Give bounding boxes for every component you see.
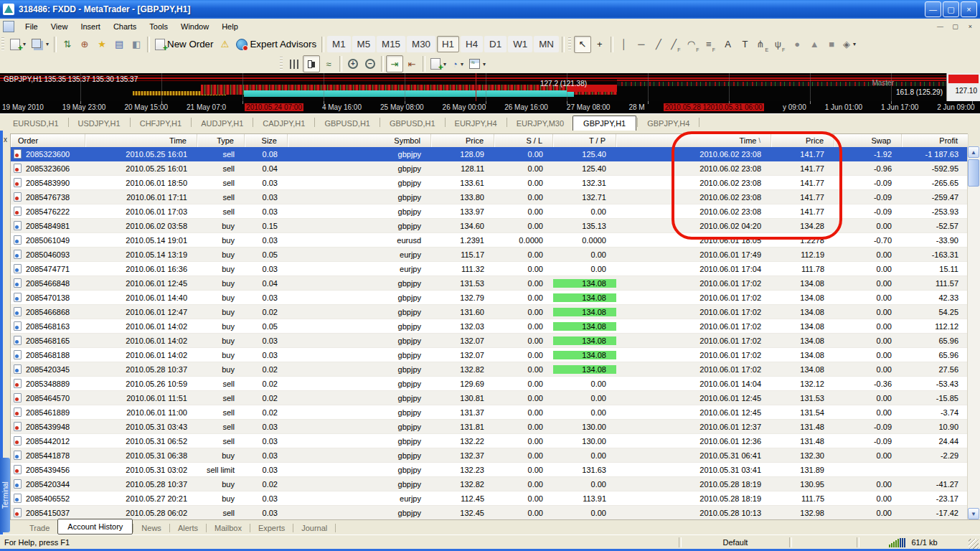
indicators-button[interactable]: ▾ (428, 55, 449, 72)
arrow-styles-button[interactable]: ◈▾ (840, 36, 859, 53)
timeframe-m1-button[interactable]: M1 (327, 36, 351, 52)
column-header-order[interactable]: Order (11, 134, 85, 147)
vertical-line-tool[interactable]: │ (616, 36, 633, 53)
close-button[interactable]: × (961, 1, 977, 17)
history-row[interactable]: 20854668682010.06.01 12:47buy0.02gbpjpy1… (11, 305, 968, 319)
menu-help[interactable]: Help (215, 20, 245, 33)
timeframe-m15-button[interactable]: M15 (377, 36, 405, 52)
column-header-tp[interactable]: T / P (553, 134, 616, 147)
column-header-time-close[interactable]: Time\ (616, 134, 771, 147)
chart-tab-gbpjpy-h4[interactable]: GBPJPY,H4 (639, 117, 698, 131)
auto-scroll-button[interactable]: ⇥ (386, 55, 403, 72)
fibonacci-retracement-tool[interactable]: ≡F (702, 36, 719, 53)
cursor-tool[interactable]: ↖ (574, 36, 591, 53)
chart-tab-eurusd-h1[interactable]: EURUSD,H1 (4, 117, 67, 131)
timeframe-d1-button[interactable]: D1 (484, 36, 507, 52)
profiles-button[interactable]: ▾ (29, 36, 52, 53)
alerts-button[interactable]: ⚠ (216, 36, 233, 53)
mdi-minimize-button[interactable]: — (933, 20, 947, 32)
new-order-button[interactable]: New Order (152, 36, 216, 53)
menu-insert[interactable]: Insert (74, 20, 107, 33)
history-row[interactable]: 20854065522010.05.27 20:21buy0.03eurjpy1… (11, 491, 968, 506)
history-row[interactable]: 20854645702010.06.01 11:51sell0.02gbpjpy… (11, 391, 968, 405)
mdi-restore-button[interactable]: ▢ (948, 20, 962, 32)
history-row[interactable]: 20854420122010.05.31 06:52sell0.03gbpjpy… (11, 434, 968, 448)
history-row[interactable]: 20853488892010.05.26 10:59sell0.02gbpjpy… (11, 377, 968, 391)
scroll-up-button[interactable]: ▲ (968, 146, 979, 158)
maximize-button[interactable]: ▢ (943, 1, 959, 17)
chart-tab-chfjpy-h1[interactable]: CHFJPY,H1 (131, 117, 190, 131)
history-row[interactable]: 20854849812010.06.02 03:58buy0.15gbpjpy1… (11, 219, 968, 233)
column-header-sl[interactable]: S / L (494, 134, 553, 147)
candlestick-mode-button[interactable] (303, 55, 320, 72)
timeframe-w1-button[interactable]: W1 (508, 36, 532, 52)
chart-tab-eurjpy-h4[interactable]: EURJPY,H4 (446, 117, 506, 131)
history-row[interactable]: 20854618892010.06.01 11:00sell0.02gbpjpy… (11, 405, 968, 420)
chart-tab-usdjpy-h1[interactable]: USDJPY,H1 (70, 117, 129, 131)
column-header-symbol[interactable]: Symbol (288, 134, 431, 147)
chart-tab-cadjpy-h1[interactable]: CADJPY,H1 (254, 117, 314, 131)
history-row[interactable]: 20854203442010.05.28 10:37buy0.02gbpjpy1… (11, 477, 968, 491)
andrews-pitchfork-tool[interactable]: ⋔E (753, 36, 771, 53)
chart-tab-gbpjpy-h1[interactable]: GBPJPY,H1 (573, 116, 636, 132)
favorites-button[interactable]: ★ (93, 36, 110, 53)
history-row[interactable]: 20854747712010.06.01 16:36buy0.03eurjpy1… (11, 262, 968, 276)
column-header-profit-close[interactable]: Profit (902, 134, 969, 147)
column-header-swap-close[interactable]: Swap (834, 134, 902, 147)
fibonacci-arcs-tool[interactable]: ◠F (684, 36, 702, 53)
chart-tab-gbpusd-h1[interactable]: GBPUSD,H1 (316, 117, 379, 131)
crosshair-target-button[interactable]: ⊕ (76, 36, 93, 53)
history-row[interactable]: 20854681882010.06.01 14:02buy0.03gbpjpy1… (11, 348, 968, 362)
minimize-button[interactable]: — (925, 1, 941, 17)
mdi-close-button[interactable]: × (963, 20, 977, 32)
resize-grip-icon[interactable] (969, 539, 979, 549)
scroll-down-button[interactable]: ▼ (968, 508, 979, 519)
timeframe-m30-button[interactable]: M30 (407, 36, 435, 52)
data-window-button[interactable]: ◧ (128, 36, 145, 53)
column-header-type[interactable]: Type (197, 134, 245, 147)
terminal-tab-account-history[interactable]: Account History (57, 519, 133, 534)
history-row[interactable]: 20850610492010.05.14 19:01buy0.03eurusd1… (11, 233, 968, 248)
history-row[interactable]: 20853236062010.05.25 16:01sell0.04gbpjpy… (11, 161, 968, 176)
history-row[interactable]: 20854681652010.06.01 14:02buy0.03gbpjpy1… (11, 334, 968, 348)
ellipse-tool[interactable]: ● (788, 36, 806, 53)
history-row[interactable]: 20854701382010.06.01 14:40buy0.03gbpjpy1… (11, 291, 968, 305)
menu-view[interactable]: View (44, 20, 75, 33)
timeframe-h1-button[interactable]: H1 (437, 36, 459, 52)
scrollbar-thumb[interactable] (968, 159, 979, 187)
triangle-tool[interactable]: ▲ (806, 36, 823, 53)
menu-file[interactable]: File (19, 20, 44, 33)
history-row[interactable]: 20854399482010.05.31 03:43sell0.03gbpjpy… (11, 420, 968, 434)
history-row[interactable]: 20854767382010.06.01 17:11sell0.03gbpjpy… (11, 190, 968, 204)
menu-window[interactable]: Window (174, 20, 215, 33)
expert-advisors-button[interactable]: Expert Advisors (233, 36, 319, 53)
history-row[interactable]: 20854762222010.06.01 17:03sell0.03gbpjpy… (11, 204, 968, 219)
templates-button[interactable]: ▾ (466, 55, 489, 72)
timeframe-m5-button[interactable]: M5 (352, 36, 376, 52)
toolbar-grip[interactable] (280, 57, 283, 71)
line-chart-mode-button[interactable]: ≈ (320, 55, 337, 72)
refresh-button[interactable]: ⇅ (59, 36, 76, 53)
history-row[interactable]: 20854681632010.06.01 14:02buy0.05gbpjpy1… (11, 319, 968, 334)
chart-tab-eurjpy-m30[interactable]: EURJPY,M30 (508, 117, 573, 131)
terminal-close-icon[interactable]: x (4, 136, 7, 143)
history-row[interactable]: 20854418782010.05.31 06:38buy0.03gbpjpy1… (11, 448, 968, 463)
terminal-tab-journal[interactable]: Journal (293, 522, 335, 534)
timeframe-h4-button[interactable]: H4 (461, 36, 483, 52)
bar-chart-mode-button[interactable] (286, 55, 303, 72)
rectangle-tool[interactable]: ■ (823, 36, 840, 53)
terminal-tab-mailbox[interactable]: Mailbox (207, 522, 250, 534)
periods-button[interactable]: ◔▾ (449, 55, 466, 72)
trendline-tool[interactable]: ╱ (650, 36, 667, 53)
terminal-tab-alerts[interactable]: Alerts (170, 522, 206, 534)
terminal-tab-experts[interactable]: Experts (250, 522, 293, 534)
zoom-in-button[interactable] (344, 55, 362, 72)
chart-tab-audjpy-h1[interactable]: AUDJPY,H1 (192, 117, 252, 131)
history-row[interactable]: 20854150372010.05.28 06:02sell0.03gbpjpy… (11, 506, 968, 519)
fibonacci-fan-tool[interactable]: ╱F (667, 36, 684, 53)
toolbar-grip[interactable] (568, 37, 571, 52)
history-row[interactable]: 20850460932010.05.14 13:19buy0.05eurjpy1… (11, 248, 968, 262)
zoom-out-button[interactable] (362, 55, 379, 72)
crosshair-tool[interactable]: + (591, 36, 608, 53)
new-chart-button[interactable]: ▾ (7, 36, 29, 53)
